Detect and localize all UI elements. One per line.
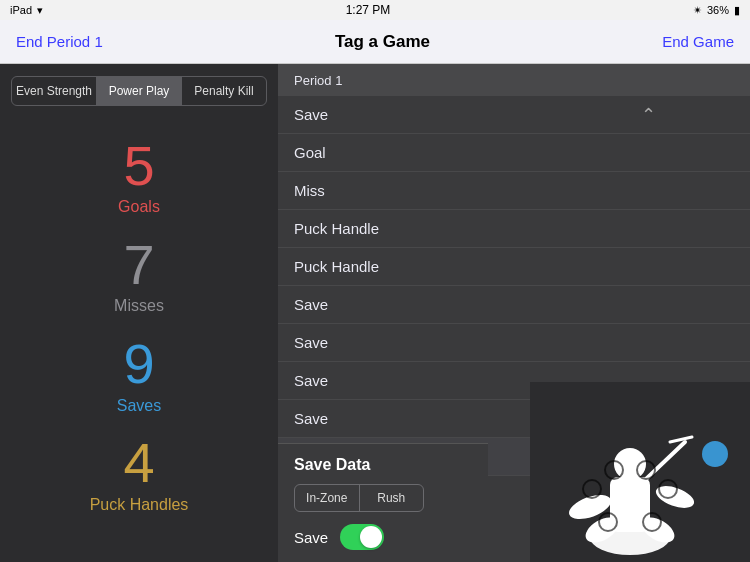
saves-number: 9 bbox=[117, 333, 161, 395]
goals-label: Goals bbox=[118, 198, 160, 216]
tag-item[interactable]: Puck Handle bbox=[278, 248, 750, 286]
battery-icon: ▮ bbox=[734, 4, 740, 17]
tag-item[interactable]: Puck Handle bbox=[278, 210, 750, 248]
puck-handles-number: 4 bbox=[90, 432, 189, 494]
penalty-kill-button[interactable]: Penalty Kill bbox=[182, 77, 266, 105]
tag-item[interactable]: Miss bbox=[278, 172, 750, 210]
svg-line-7 bbox=[645, 442, 685, 480]
in-zone-button[interactable]: In-Zone bbox=[295, 485, 360, 511]
save-toggle-label: Save bbox=[294, 529, 328, 546]
save-toggle-row: Save bbox=[294, 524, 472, 550]
inzone-rush-control: In-Zone Rush bbox=[294, 484, 424, 512]
save-data-title: Save Data bbox=[294, 456, 472, 474]
svg-line-8 bbox=[670, 437, 692, 442]
stats-container: 5 Goals 7 Misses 9 Saves 4 Puck Handles bbox=[90, 106, 189, 562]
period-header: Period 1 bbox=[278, 64, 750, 96]
goalie-panel bbox=[530, 382, 750, 562]
misses-number: 7 bbox=[114, 234, 164, 296]
strength-segmented-control: Even Strength Power Play Penalty Kill bbox=[11, 76, 267, 106]
goals-number: 5 bbox=[118, 135, 160, 197]
battery-label: 36% bbox=[707, 4, 729, 16]
misses-label: Misses bbox=[114, 297, 164, 315]
left-panel: Even Strength Power Play Penalty Kill 5 … bbox=[0, 64, 278, 562]
rush-button[interactable]: Rush bbox=[360, 485, 424, 511]
svg-point-15 bbox=[702, 441, 728, 467]
tag-item[interactable]: Save bbox=[278, 96, 750, 134]
goals-stat: 5 Goals bbox=[118, 135, 160, 216]
status-right: ✴ 36% ▮ bbox=[693, 4, 740, 17]
tag-item[interactable]: Goal bbox=[278, 134, 750, 172]
end-game-button[interactable]: End Game bbox=[662, 33, 734, 50]
svg-point-9 bbox=[583, 480, 601, 498]
status-bar: iPad ▾ 1:27 PM ✴ 36% ▮ bbox=[0, 0, 750, 20]
saves-stat: 9 Saves bbox=[117, 333, 161, 414]
tag-item[interactable]: Save bbox=[278, 324, 750, 362]
collapse-button[interactable]: ⌃ bbox=[618, 96, 678, 134]
status-time: 1:27 PM bbox=[346, 3, 391, 17]
period-header-label: Period 1 bbox=[294, 73, 342, 88]
puck-handles-stat: 4 Puck Handles bbox=[90, 432, 189, 513]
ipad-label: iPad bbox=[10, 4, 32, 16]
chevron-up-icon: ⌃ bbox=[641, 104, 656, 126]
bluetooth-icon: ✴ bbox=[693, 4, 702, 17]
app-header: End Period 1 Tag a Game End Game bbox=[0, 20, 750, 64]
svg-point-4 bbox=[614, 448, 646, 480]
puck-handles-label: Puck Handles bbox=[90, 496, 189, 514]
status-left: iPad ▾ bbox=[10, 4, 43, 17]
wifi-icon: ▾ bbox=[37, 4, 43, 17]
save-toggle[interactable] bbox=[340, 524, 384, 550]
goalie-svg bbox=[530, 382, 750, 562]
end-period-button[interactable]: End Period 1 bbox=[16, 33, 103, 50]
tag-item[interactable]: Save bbox=[278, 286, 750, 324]
header-title: Tag a Game bbox=[335, 32, 430, 52]
misses-stat: 7 Misses bbox=[114, 234, 164, 315]
even-strength-button[interactable]: Even Strength bbox=[12, 77, 97, 105]
saves-label: Saves bbox=[117, 397, 161, 415]
power-play-button[interactable]: Power Play bbox=[97, 77, 182, 105]
save-data-panel: Save Data In-Zone Rush Save bbox=[278, 443, 488, 562]
toggle-knob bbox=[360, 526, 382, 548]
